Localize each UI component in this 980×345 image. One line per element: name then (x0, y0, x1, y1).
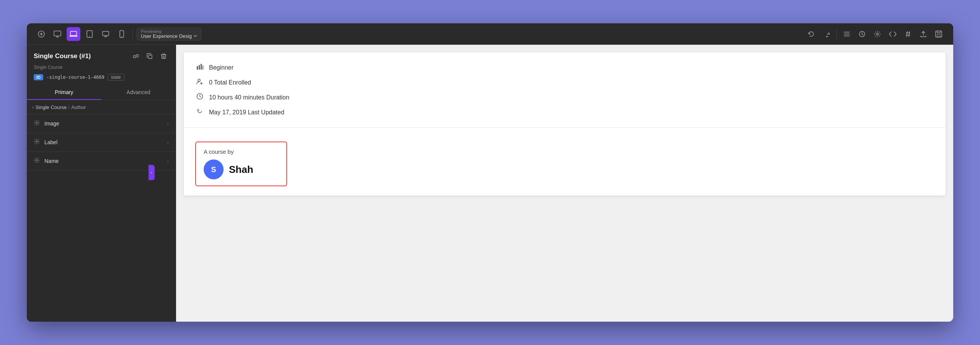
refresh-icon (195, 108, 204, 117)
sidebar-id-row: ID -single-course-1-4669 state (27, 74, 176, 85)
stat-row-updated: May 17, 2019 Last Updated (195, 105, 934, 120)
gear-icon (34, 120, 40, 127)
sidebar-item-image[interactable]: Image › (27, 114, 176, 133)
gear-icon-2 (34, 138, 40, 146)
laptop-icon[interactable] (67, 27, 80, 41)
svg-line-21 (906, 31, 907, 37)
preview-dropdown[interactable]: Previewing User Experience Desig (137, 28, 201, 41)
svg-rect-23 (936, 31, 942, 37)
svg-point-26 (36, 122, 38, 124)
stat-row-enrolled: 0 Total Enrolled (195, 75, 934, 90)
stat-text-updated: May 17, 2019 Last Updated (209, 109, 284, 116)
sidebar: Single Course (#1) (27, 45, 176, 322)
clock-icon (195, 93, 204, 102)
sidebar-subtitle: Single Course (27, 65, 176, 74)
sidebar-item-label-3: Name (44, 158, 162, 164)
sidebar-item-label[interactable]: Label › (27, 133, 176, 152)
undo-button[interactable] (804, 27, 818, 41)
sidebar-toggle[interactable]: › (149, 165, 155, 180)
chevron-right-icon-2: › (167, 139, 169, 145)
history-icon[interactable] (855, 27, 869, 41)
svg-point-18 (877, 33, 879, 35)
author-label: A course by (204, 148, 279, 155)
stat-row-beginner: Beginner (195, 60, 934, 75)
sidebar-tabs: Primary Advanced (27, 85, 176, 100)
tablet-icon[interactable] (83, 27, 96, 41)
tab-primary[interactable]: Primary (27, 85, 101, 100)
stat-text-duration: 10 hours 40 minutes Duration (209, 94, 289, 101)
list-icon[interactable] (840, 27, 854, 41)
main-area: Single Course (#1) (27, 45, 953, 322)
svg-rect-24 (937, 34, 940, 37)
toolbar-left: Previewing User Experience Desig (34, 27, 201, 41)
sidebar-title: Single Course (#1) (34, 52, 91, 60)
code-icon[interactable] (886, 27, 900, 41)
hash-icon[interactable] (901, 27, 915, 41)
svg-rect-9 (103, 31, 109, 36)
add-icon[interactable] (34, 27, 48, 41)
id-badge: ID (34, 74, 43, 80)
preview-label: Previewing (141, 29, 197, 34)
breadcrumb-parent[interactable]: Single Course (36, 104, 67, 110)
svg-rect-31 (201, 64, 202, 70)
settings-icon[interactable] (871, 27, 884, 41)
chart-icon (195, 63, 204, 72)
sidebar-actions (131, 51, 169, 62)
author-info: S Shah (204, 159, 279, 179)
toolbar-right (804, 27, 946, 41)
divider-2 (836, 29, 837, 39)
stat-row-duration: 10 hours 40 minutes Duration (195, 90, 934, 105)
stat-text-beginner: Beginner (209, 64, 234, 71)
author-section: A course by S Shah (184, 132, 946, 195)
author-avatar: S (204, 159, 224, 179)
mobile-icon[interactable] (115, 27, 129, 41)
svg-point-28 (36, 159, 38, 161)
state-badge: state (108, 74, 124, 81)
svg-point-27 (36, 141, 38, 142)
breadcrumb-current: Author (71, 104, 86, 110)
toolbar: Previewing User Experience Desig (27, 23, 953, 45)
svg-rect-29 (197, 66, 198, 70)
author-name: Shah (229, 164, 253, 176)
sidebar-item-label-2: Label (44, 139, 162, 145)
svg-rect-3 (54, 31, 61, 36)
svg-rect-32 (203, 65, 203, 70)
save-icon[interactable] (932, 27, 946, 41)
preview-title: User Experience Desig (141, 34, 197, 39)
svg-rect-25 (149, 55, 152, 59)
svg-line-22 (909, 31, 910, 37)
sidebar-header: Single Course (#1) (27, 45, 176, 65)
breadcrumb-back[interactable]: ‹ (32, 104, 34, 110)
preview-area: Beginner 0 Total Enrolled (176, 45, 953, 322)
preview-content: Beginner 0 Total Enrolled (184, 52, 946, 195)
breadcrumb-sep: / (68, 104, 70, 110)
svg-point-33 (198, 79, 200, 81)
copy-icon[interactable] (144, 51, 155, 62)
link-icon[interactable] (131, 51, 141, 62)
app-window: Previewing User Experience Desig (27, 23, 953, 322)
sidebar-item-label: Image (44, 120, 162, 127)
chevron-right-icon: › (167, 120, 169, 127)
monitor-icon[interactable] (99, 27, 113, 41)
stats-section: Beginner 0 Total Enrolled (184, 52, 946, 128)
id-value: -single-course-1-4669 (46, 75, 105, 80)
enrolled-icon (195, 78, 204, 87)
chevron-right-icon-3: › (167, 158, 169, 164)
author-box: A course by S Shah (195, 142, 287, 186)
export-icon[interactable] (916, 27, 930, 41)
svg-rect-30 (199, 65, 200, 70)
breadcrumb: ‹ Single Course / Author (27, 100, 176, 114)
delete-icon[interactable] (158, 51, 169, 62)
tab-advanced[interactable]: Advanced (101, 85, 176, 100)
desktop-icon[interactable] (51, 27, 64, 41)
redo-button[interactable] (820, 27, 833, 41)
svg-rect-6 (70, 31, 77, 36)
stat-text-enrolled: 0 Total Enrolled (209, 79, 251, 86)
divider-1 (132, 29, 133, 39)
gear-icon-3 (34, 157, 40, 165)
